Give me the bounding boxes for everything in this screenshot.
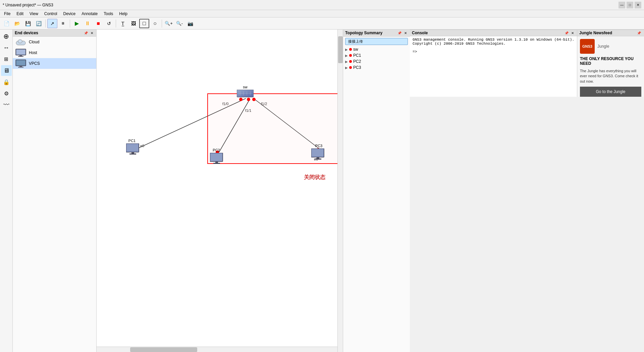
routers-icon[interactable]: ↔: [1, 42, 12, 53]
annotate-text-button[interactable]: T̲: [118, 19, 128, 28]
annotate-ellipse-button[interactable]: ○: [150, 19, 160, 28]
maximize-button[interactable]: □: [627, 2, 633, 8]
tooltip-text: 接接上传: [348, 39, 363, 43]
end-devices-icon[interactable]: 🖥: [1, 65, 12, 76]
play-button[interactable]: ▶: [72, 19, 82, 28]
vertical-scrollbar[interactable]: [337, 30, 343, 352]
svg-rect-40: [312, 149, 323, 157]
horizontal-scrollbar[interactable]: [97, 347, 337, 352]
console-line-4: =>: [413, 50, 574, 54]
refresh-button[interactable]: 🔄: [34, 19, 44, 28]
svg-rect-4: [19, 55, 22, 56]
jungle-header: Jungle Newsfeed 📌: [577, 30, 644, 36]
minimize-button[interactable]: —: [619, 2, 625, 8]
v-scrollbar-thumb[interactable]: [338, 36, 343, 63]
pc3-icon: [311, 148, 325, 160]
cloud-label: Cloud: [29, 40, 39, 44]
console-button[interactable]: ⊞: [58, 19, 68, 28]
security-icon[interactable]: 🔒: [1, 77, 12, 87]
topology-close-button[interactable]: ✕: [403, 31, 408, 35]
vpcs-label: VPCS: [29, 61, 40, 66]
annotate-image-button[interactable]: 🖼: [128, 19, 139, 28]
svg-rect-8: [19, 66, 22, 67]
zoom-in-button[interactable]: 🔍+: [164, 19, 174, 28]
device-item-cloud[interactable]: Cloud: [13, 37, 96, 47]
svg-rect-33: [131, 152, 134, 153]
svg-rect-34: [129, 153, 136, 155]
pc1-node[interactable]: PC1: [126, 139, 140, 156]
console-panel: Console 📌 ✕ GNS3 management console. Run…: [410, 30, 577, 97]
menu-item-help[interactable]: Help: [116, 11, 130, 17]
toolbar: 📄 📂 💾 🔄 ↗ ⊞ ▶ ⏸ ■ ↺ T̲ 🖼 □ ○ 🔍+ 🔍- 📷: [0, 17, 644, 30]
topo-dot-sw: [349, 48, 352, 51]
topo-item-pc2[interactable]: ▶ PC2: [343, 58, 410, 64]
svg-text:f1/2: f1/2: [261, 102, 267, 106]
console-pin-button[interactable]: 📌: [564, 31, 570, 35]
zoom-out-button[interactable]: 🔍-: [174, 19, 184, 28]
close-button[interactable]: ✕: [635, 2, 641, 8]
toolbar-sep-4: [162, 19, 162, 28]
new-button[interactable]: 📄: [1, 19, 11, 28]
topology-pin-button[interactable]: 📌: [396, 31, 402, 35]
pc2-node[interactable]: PC2: [210, 148, 223, 166]
canvas-inner: f1/0 e0 f1/1 e0 f1/2: [97, 30, 337, 224]
canvas-area[interactable]: f1/0 e0 f1/1 e0 f1/2: [97, 30, 337, 352]
save-button[interactable]: 💾: [23, 19, 33, 28]
menu-item-file[interactable]: File: [1, 11, 13, 17]
topo-expand-pc1: ▶: [345, 54, 348, 57]
title-bar-title: * Unsaved project* — GNS3: [3, 3, 53, 7]
pause-button[interactable]: ⏸: [83, 19, 93, 28]
vpcs-svg: [15, 59, 26, 68]
host-device-icon: [15, 49, 26, 57]
menu-item-view[interactable]: View: [27, 11, 41, 17]
menu-item-control[interactable]: Control: [42, 11, 60, 17]
sw-icon: [237, 90, 254, 100]
console-content[interactable]: GNS3 management console. Running GNS3 ve…: [410, 36, 577, 97]
reload-button[interactable]: ↺: [104, 19, 114, 28]
pc3-node[interactable]: PC3: [311, 144, 325, 161]
topo-item-pc1[interactable]: ▶ PC1: [343, 52, 410, 58]
gns3-logo-text: GNS3: [582, 44, 592, 48]
screenshot-button[interactable]: 📷: [185, 19, 195, 28]
topo-label-pc2: PC2: [353, 59, 361, 64]
all-devices-icon[interactable]: ⊕: [1, 31, 12, 42]
stop-button[interactable]: ■: [93, 19, 103, 28]
go-to-jungle-button[interactable]: Go to the Jungle: [580, 87, 641, 97]
jungle-pin-button[interactable]: 📌: [636, 31, 642, 35]
console-title: Console: [412, 31, 428, 35]
menu-item-tools[interactable]: Tools: [101, 11, 116, 17]
panel-close-button[interactable]: ✕: [90, 31, 94, 35]
pc3-label: PC3: [311, 144, 326, 148]
jungle-brand: Jungle: [597, 44, 609, 49]
title-bar-controls: — □ ✕: [619, 2, 641, 8]
open-button[interactable]: 📂: [12, 19, 22, 28]
canvas-scroll[interactable]: f1/0 e0 f1/1 e0 f1/2: [97, 30, 337, 352]
device-item-vpcs[interactable]: VPCS: [13, 58, 96, 69]
select-button[interactable]: ↗: [47, 19, 57, 28]
panel-pin-button[interactable]: 📌: [83, 31, 89, 35]
switches-icon[interactable]: ⊞: [1, 54, 12, 64]
console-close-button[interactable]: ✕: [570, 31, 575, 35]
sw-node[interactable]: sw: [237, 85, 254, 101]
network-diagram: f1/0 e0 f1/1 e0 f1/2: [97, 30, 337, 224]
svg-rect-37: [215, 162, 218, 163]
annotate-rect-button[interactable]: □: [139, 19, 149, 28]
topo-dot-pc3: [349, 66, 352, 69]
svg-text:f1/1: f1/1: [245, 108, 251, 113]
menu-item-device[interactable]: Device: [61, 11, 78, 17]
all-groups-icon[interactable]: ⚙: [1, 88, 12, 99]
connections-icon[interactable]: 〰: [1, 99, 12, 110]
topo-item-pc3[interactable]: ▶ PC3: [343, 64, 410, 71]
devices-panel-title: End devices: [15, 31, 38, 35]
console-header: Console 📌 ✕: [410, 30, 577, 36]
pc1-icon: [126, 143, 140, 155]
menu-item-edit[interactable]: Edit: [14, 11, 26, 17]
topology-title: Topology Summary: [345, 31, 382, 35]
h-scrollbar-thumb[interactable]: [130, 347, 197, 352]
main-layout: ⊕ ↔ ⊞ 🖥 🔒 ⚙ 〰 End devices 📌 ✕: [0, 30, 644, 352]
menu-bar: FileEditViewControlDeviceAnnotateToolsHe…: [0, 10, 644, 17]
menu-item-annotate[interactable]: Annotate: [79, 11, 100, 17]
device-item-host[interactable]: Host: [13, 47, 96, 58]
bottom-area: Console 📌 ✕ GNS3 management console. Run…: [410, 30, 644, 97]
topo-item-sw[interactable]: ▶ sw: [343, 46, 410, 52]
